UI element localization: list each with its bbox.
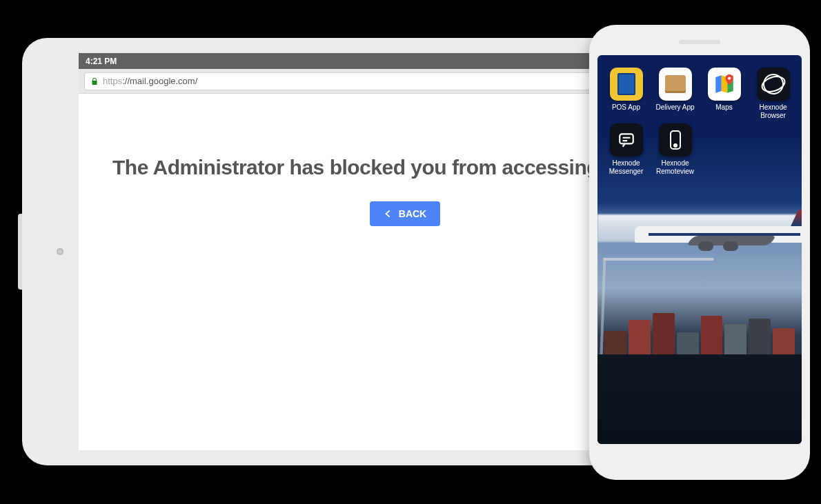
back-button-label: BACK xyxy=(399,208,426,219)
app-label: Maps xyxy=(715,103,732,119)
app-label: Hexnode Browser xyxy=(749,103,798,119)
hexnode-messenger-icon xyxy=(610,123,643,157)
back-button[interactable]: BACK xyxy=(370,201,440,226)
phone-screen: POS App Delivery App Maps Hexnode Browse… xyxy=(597,55,802,444)
phone-speaker xyxy=(679,40,720,44)
phone-device: POS App Delivery App Maps Hexnode Browse… xyxy=(589,25,810,480)
app-grid: POS App Delivery App Maps Hexnode Browse… xyxy=(602,68,798,175)
hexnode-remoteview-icon xyxy=(659,123,692,157)
back-arrow-icon xyxy=(384,209,393,219)
lock-icon xyxy=(90,77,99,85)
svg-point-7 xyxy=(674,144,677,147)
svg-rect-5 xyxy=(620,134,633,143)
app-maps[interactable]: Maps xyxy=(700,68,749,119)
app-hexnode-messenger[interactable]: Hexnode Messenger xyxy=(602,123,651,175)
wallpaper-containers xyxy=(597,306,802,361)
url-text: https://mail.google.com/ xyxy=(103,76,197,86)
delivery-app-icon xyxy=(659,68,692,101)
app-label: POS App xyxy=(612,103,640,119)
app-hexnode-browser[interactable]: Hexnode Browser xyxy=(749,68,798,119)
status-time: 4:21 PM xyxy=(86,57,117,66)
app-pos[interactable]: POS App xyxy=(602,68,651,119)
svg-point-4 xyxy=(727,77,730,79)
hexnode-browser-icon xyxy=(757,68,790,101)
app-label: Delivery App xyxy=(655,103,694,119)
maps-app-icon xyxy=(708,68,741,101)
tablet-camera xyxy=(57,248,63,255)
app-label: Hexnode Messenger xyxy=(602,159,651,175)
app-label: Hexnode Remoteview xyxy=(651,159,700,175)
app-delivery[interactable]: Delivery App xyxy=(651,68,700,119)
wallpaper-ship xyxy=(597,354,802,444)
app-hexnode-remoteview[interactable]: Hexnode Remoteview xyxy=(651,123,700,175)
url-scheme: https xyxy=(103,76,122,86)
pos-app-icon xyxy=(610,68,643,101)
url-rest: ://mail.google.com/ xyxy=(122,76,197,86)
